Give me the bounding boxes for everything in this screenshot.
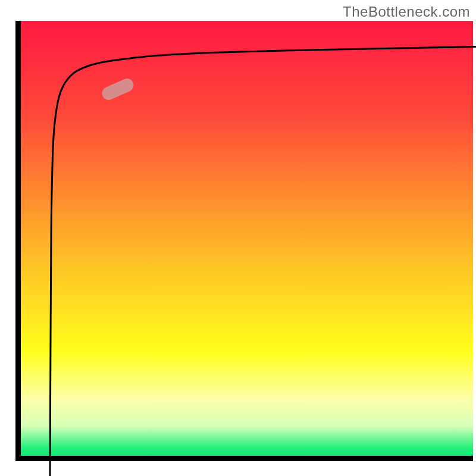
curve-layer — [42, 42, 476, 476]
svg-rect-0 — [100, 77, 136, 102]
highlight-pill — [100, 77, 136, 102]
plot-area — [21, 21, 473, 461]
bottleneck-curve — [50, 46, 476, 476]
chart-canvas: TheBottleneck.com — [0, 0, 476, 476]
watermark-label: TheBottleneck.com — [343, 4, 470, 20]
x-axis — [15, 456, 473, 461]
y-axis — [15, 21, 21, 461]
